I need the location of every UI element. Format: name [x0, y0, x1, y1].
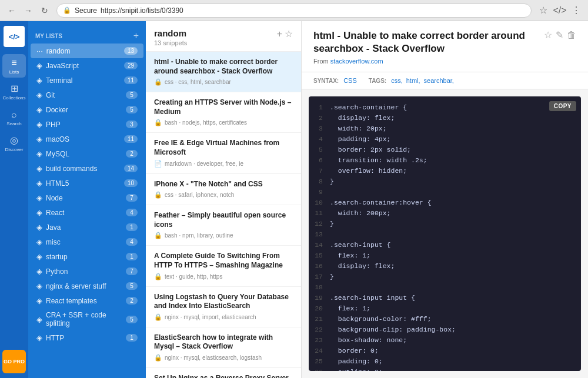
sidebar-item-node[interactable]: ◈ Node 7 — [31, 190, 143, 205]
snippet-item[interactable]: Free IE & Edge Virtual Machines from Mic… — [146, 133, 301, 173]
sidebar-item-misc[interactable]: ◈ misc 4 — [31, 235, 143, 249]
line-number: 7 — [309, 167, 330, 175]
snippet-title: Using Logstash to Query Your Database an… — [154, 293, 293, 311]
snippet-item[interactable]: html - Unable to make correct border aro… — [146, 52, 301, 92]
rail-item-lists[interactable]: ≡ Lists — [2, 54, 26, 78]
rail-item-go-pro[interactable]: GO PRO — [2, 350, 26, 373]
sidebar-item-count: 4 — [126, 238, 138, 246]
sidebar-item-java[interactable]: ◈ Java 1 — [31, 220, 143, 235]
node-icon: ◈ — [36, 193, 42, 202]
startup-icon: ◈ — [36, 252, 42, 261]
middle-panel: random 13 snippets + ☆ html - Unable to … — [146, 21, 302, 378]
php-icon: ◈ — [36, 120, 42, 129]
line-code: } — [330, 273, 334, 280]
tag: html, — [406, 77, 420, 84]
rail-item-discover[interactable]: ◎ Discover — [2, 132, 26, 155]
sidebar-item-macos[interactable]: ◈ macOS 11 — [31, 132, 143, 146]
code-line: 8} — [309, 178, 581, 188]
rail-item-collections[interactable]: ⊞ Collections — [2, 80, 26, 103]
star-button[interactable]: ☆ — [536, 4, 550, 18]
sidebar-item-nginx[interactable]: ◈ nginx & server stuff 5 — [31, 279, 143, 293]
snippet-item[interactable]: Creating an HTTPS Server with Node.js – … — [146, 92, 301, 133]
snippet-meta: 📄 markdown · developer, free, ie — [154, 160, 293, 168]
sidebar-item-php[interactable]: ◈ PHP 3 — [31, 117, 143, 132]
sidebar-item-count: 1 — [126, 253, 138, 260]
reload-button[interactable]: ↻ — [38, 4, 52, 18]
line-number: 3 — [309, 125, 330, 132]
sidebar-item-label: Docker — [46, 106, 122, 114]
snippet-meta-text: css · css, html, searchbar — [165, 79, 231, 85]
snippet-item[interactable]: Set Up Nginx as a Reverse Proxy Server 🔒… — [146, 368, 301, 378]
line-code: flex: 1; — [330, 305, 370, 312]
add-snippet-button[interactable]: + — [277, 28, 282, 39]
sidebar-item-http[interactable]: ◈ HTTP 1 — [31, 330, 143, 345]
line-number: 11 — [309, 209, 330, 217]
sidebar-item-git[interactable]: ◈ Git 5 — [31, 88, 143, 102]
snippet-title: Creating an HTTPS Server with Node.js – … — [154, 98, 293, 116]
sidebar-item-label: CRA + SSR + code splitting — [46, 311, 122, 327]
nav-buttons: ← → ↻ — [5, 4, 52, 18]
sidebar-item-cra-ssr[interactable]: ◈ CRA + SSR + code splitting 5 — [31, 308, 143, 330]
sidebar-item-react-templates[interactable]: ◈ React templates 2 — [31, 293, 143, 308]
sidebar-item-count: 2 — [126, 297, 138, 305]
snippet-item[interactable]: ElasticSearch how to integrate with Mysq… — [146, 327, 301, 368]
snippet-item[interactable]: iPhone X - "The Notch" and CSS 🔒 css · s… — [146, 174, 301, 206]
back-button[interactable]: ← — [5, 4, 19, 18]
sidebar-item-terminal[interactable]: ◈ Terminal 11 — [31, 73, 143, 88]
sidebar-item-mysql[interactable]: ◈ MySQL 2 — [31, 146, 143, 161]
app-logo: </> — [4, 26, 25, 47]
line-number: 2 — [309, 114, 330, 122]
address-bar[interactable]: 🔒 Secure https://snipit.io/lists/0/3390 — [56, 4, 532, 18]
sidebar-item-label: startup — [46, 253, 122, 261]
sidebar-item-label: MySQL — [46, 150, 122, 158]
forward-button[interactable]: → — [21, 4, 35, 18]
line-code: display: flex; — [330, 262, 395, 270]
content-header: html - Unable to make correct border aro… — [302, 21, 588, 72]
menu-button[interactable]: ⋮ — [569, 4, 583, 18]
syntax-row: SYNTAX: CSS — [313, 77, 357, 84]
sidebar-item-label: Git — [46, 91, 122, 99]
snippet-title: html - Unable to make correct border aro… — [154, 58, 293, 76]
delete-button[interactable]: 🗑 — [567, 29, 576, 41]
code-line: 7 overflow: hidden; — [309, 167, 581, 178]
sidebar-item-html5[interactable]: ◈ HTML5 10 — [31, 176, 143, 190]
code-line: 17} — [309, 273, 581, 283]
rail-item-search[interactable]: ⌕ Search — [2, 106, 26, 129]
syntax-value: CSS — [343, 77, 357, 84]
line-number: 10 — [309, 199, 330, 206]
line-number: 6 — [309, 156, 330, 164]
line-code: } — [330, 220, 334, 228]
sidebar-item-python[interactable]: ◈ Python 7 — [31, 264, 143, 279]
browser-actions: ☆ </> ⋮ — [536, 4, 583, 18]
snippet-item[interactable]: A Complete Guide To Switching From HTTP … — [146, 246, 301, 286]
code-line: 19.search-input input { — [309, 294, 581, 305]
code-line: 18 — [309, 283, 581, 294]
sidebar-item-label: PHP — [46, 121, 122, 129]
sidebar-item-docker[interactable]: ◈ Docker 5 — [31, 102, 143, 117]
snippet-meta: 🔒 text · guide, http, https — [154, 273, 293, 280]
star-button[interactable]: ☆ — [544, 29, 552, 41]
sidebar-item-count: 7 — [126, 194, 138, 202]
content-title: html - Unable to make correct border aro… — [313, 29, 537, 55]
sidebar-item-random[interactable]: ··· random 13 — [31, 44, 143, 58]
copy-button[interactable]: COPY — [549, 101, 576, 111]
sidebar-item-javascript[interactable]: ◈ JavaScript 29 — [31, 58, 143, 73]
line-code: display: flex; — [330, 114, 395, 122]
edit-button[interactable]: ✎ — [556, 29, 563, 41]
line-number: 12 — [309, 220, 330, 228]
sidebar-item-build-commands[interactable]: ◈ build commands 14 — [31, 161, 143, 176]
snippet-meta: 🔒 bash · nodejs, https, certificates — [154, 119, 293, 126]
nginx-icon: ◈ — [36, 282, 42, 290]
snippet-item[interactable]: Using Logstash to Query Your Database an… — [146, 287, 301, 327]
tag: searchbar, — [424, 77, 454, 84]
line-code: background-color: #fff; — [330, 315, 432, 323]
snippet-meta-icon: 🔒 — [154, 119, 162, 126]
source-link[interactable]: stackoverflow.com — [330, 58, 383, 65]
extensions-button[interactable]: </> — [553, 4, 567, 18]
star-list-button[interactable]: ☆ — [285, 28, 293, 39]
sidebar-add-button[interactable]: + — [133, 31, 139, 41]
snippet-title: iPhone X - "The Notch" and CSS — [154, 180, 293, 189]
sidebar-item-startup[interactable]: ◈ startup 1 — [31, 249, 143, 264]
sidebar-item-react[interactable]: ◈ React 4 — [31, 205, 143, 220]
snippet-item[interactable]: Feather – Simply beautiful open source i… — [146, 205, 301, 246]
